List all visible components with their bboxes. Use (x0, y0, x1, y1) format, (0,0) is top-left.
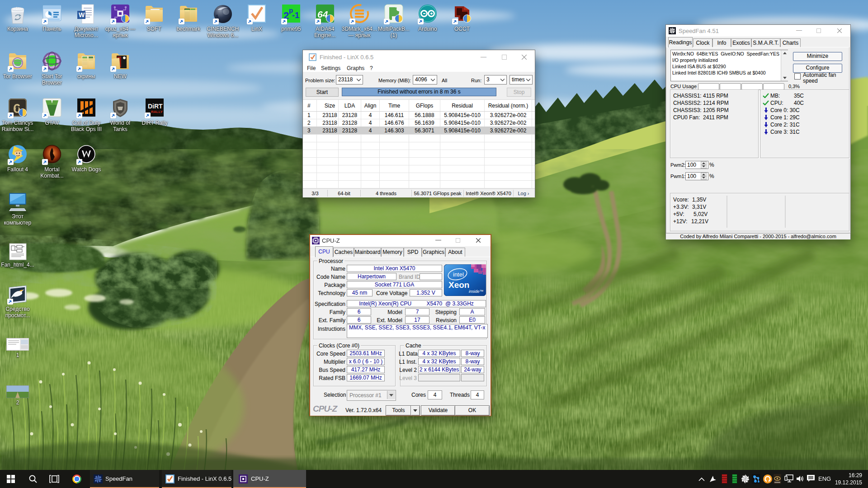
svg-text:RALLY: RALLY (151, 110, 163, 114)
svg-text:inside™: inside™ (469, 289, 484, 294)
svg-text:intel: intel (453, 271, 464, 278)
svg-text:-1: -1 (292, 11, 299, 20)
svg-text:Xeon: Xeon (448, 280, 469, 290)
svg-text:DiRT: DiRT (148, 103, 163, 110)
svg-text:W: W (79, 11, 85, 19)
